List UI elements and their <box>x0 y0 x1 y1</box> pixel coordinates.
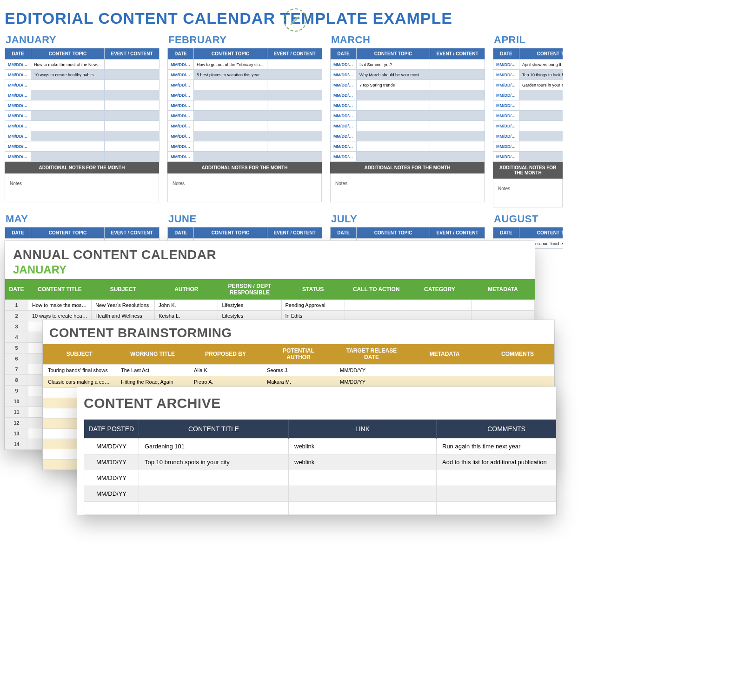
notes-body[interactable]: Notes <box>493 179 563 207</box>
cell[interactable]: Aila K. <box>189 364 262 376</box>
topic-cell[interactable] <box>519 111 563 121</box>
event-cell[interactable] <box>430 111 485 121</box>
date-cell[interactable]: MM/DD/YY <box>84 470 139 486</box>
topic-cell[interactable]: Garden tours in your area <box>519 80 563 90</box>
topic-cell[interactable]: April showers bring these flowers <box>519 60 563 70</box>
comments-cell[interactable]: Add to this list for additional publicat… <box>437 454 557 470</box>
link-cell[interactable]: weblink <box>289 454 437 470</box>
link-cell[interactable] <box>289 502 437 515</box>
notes-body[interactable]: Notes <box>5 173 159 202</box>
title-cell[interactable] <box>139 470 289 486</box>
topic-cell[interactable]: How to get out of the February slump <box>194 60 267 70</box>
table-row[interactable]: MM/DD/YY <box>168 80 322 90</box>
title-cell[interactable]: Gardening 101 <box>139 439 289 454</box>
table-row[interactable]: MM/DD/YYWhy March should be your most pr… <box>331 70 485 80</box>
cell[interactable]: Hitting the Road, Again <box>116 376 189 387</box>
table-row[interactable]: MM/DD/YY <box>331 152 485 162</box>
table-row[interactable]: MM/DD/YY <box>331 141 485 152</box>
topic-cell[interactable] <box>519 131 563 141</box>
table-row[interactable]: MM/DD/YY <box>168 131 322 141</box>
date-cell[interactable]: MM/DD/YY <box>168 90 194 100</box>
table-row[interactable]: MM/DD/YY <box>493 121 563 131</box>
topic-cell[interactable] <box>31 131 105 141</box>
date-cell[interactable]: MM/DD/YY <box>331 70 357 80</box>
link-cell[interactable] <box>289 470 437 486</box>
table-row[interactable]: MM/DD/YYTop 10 things to look for <box>493 70 563 80</box>
table-row[interactable]: MM/DD/YY <box>5 131 159 141</box>
topic-cell[interactable]: Is it Summer yet? <box>357 60 430 70</box>
topic-cell[interactable] <box>357 100 430 111</box>
topic-cell[interactable] <box>519 100 563 111</box>
topic-cell[interactable] <box>31 152 105 162</box>
table-row[interactable]: MM/DD/YY <box>5 80 159 90</box>
date-cell[interactable]: MM/DD/YY <box>5 100 31 111</box>
date-cell[interactable]: MM/DD/YY <box>168 100 194 111</box>
date-cell[interactable]: MM/DD/YY <box>84 439 139 454</box>
date-cell[interactable]: MM/DD/YY <box>168 111 194 121</box>
event-cell[interactable] <box>105 100 159 111</box>
topic-cell[interactable] <box>31 80 105 90</box>
cell[interactable]: MM/DD/YY <box>335 364 408 376</box>
comments-cell[interactable]: Run again this time next year. <box>437 439 557 454</box>
table-row[interactable]: MM/DD/YY <box>168 121 322 131</box>
date-cell[interactable]: MM/DD/YY <box>168 131 194 141</box>
cell[interactable]: The Last Act <box>116 364 189 376</box>
date-cell[interactable]: MM/DD/YY <box>493 131 519 141</box>
row-number-cell[interactable]: 2 <box>5 311 28 321</box>
row-number-cell[interactable]: 3 <box>5 321 28 332</box>
event-cell[interactable] <box>267 121 322 131</box>
date-cell[interactable]: MM/DD/YY <box>331 121 357 131</box>
topic-cell[interactable] <box>357 121 430 131</box>
row-number-cell[interactable]: 7 <box>5 364 28 375</box>
date-cell[interactable]: MM/DD/YY <box>168 152 194 162</box>
event-cell[interactable] <box>430 80 485 90</box>
event-cell[interactable] <box>105 60 159 70</box>
table-row[interactable]: MM/DD/YYGardening 101weblinkRun again th… <box>84 439 557 454</box>
table-row[interactable]: MM/DD/YY <box>168 141 322 152</box>
date-cell[interactable]: MM/DD/YY <box>5 70 31 80</box>
date-cell[interactable]: MM/DD/YY <box>168 60 194 70</box>
date-cell[interactable]: MM/DD/YY <box>493 80 519 90</box>
topic-cell[interactable] <box>357 90 430 100</box>
date-cell[interactable]: MM/DD/YY <box>5 121 31 131</box>
event-cell[interactable] <box>267 141 322 152</box>
link-cell[interactable] <box>289 486 437 502</box>
event-cell[interactable] <box>430 141 485 152</box>
comments-cell[interactable] <box>437 502 557 515</box>
cell[interactable] <box>481 364 554 376</box>
date-cell[interactable]: MM/DD/YY <box>493 121 519 131</box>
date-cell[interactable]: MM/DD/YY <box>331 80 357 90</box>
table-row[interactable]: MM/DD/YY <box>493 100 563 111</box>
title-cell[interactable] <box>139 486 289 502</box>
event-cell[interactable] <box>105 141 159 152</box>
topic-cell[interactable] <box>519 152 563 162</box>
event-cell[interactable] <box>105 111 159 121</box>
cell[interactable]: MM/DD/YY <box>335 376 408 387</box>
table-row[interactable]: MM/DD/YY <box>331 121 485 131</box>
topic-cell[interactable] <box>31 121 105 131</box>
date-cell[interactable]: MM/DD/YY <box>493 111 519 121</box>
table-row[interactable]: MM/DD/YY5 best places to vacation this y… <box>168 70 322 80</box>
table-row[interactable]: MM/DD/YY <box>493 90 563 100</box>
date-cell[interactable]: MM/DD/YY <box>168 80 194 90</box>
notes-body[interactable]: Notes <box>330 173 485 202</box>
cell[interactable]: Classic cars making a comeback <box>43 376 116 387</box>
topic-cell[interactable] <box>519 121 563 131</box>
event-cell[interactable] <box>105 90 159 100</box>
date-cell[interactable]: MM/DD/YY <box>493 100 519 111</box>
topic-cell[interactable] <box>357 111 430 121</box>
event-cell[interactable] <box>105 152 159 162</box>
topic-cell[interactable]: 7 top Spring trends <box>357 80 430 90</box>
table-row[interactable]: MM/DD/YY <box>168 111 322 121</box>
event-cell[interactable] <box>267 152 322 162</box>
date-cell[interactable]: MM/DD/YY <box>5 90 31 100</box>
date-cell[interactable]: MM/DD/YY <box>5 80 31 90</box>
table-row[interactable]: MM/DD/YYTop 10 brunch spots in your city… <box>84 454 557 470</box>
date-cell[interactable]: MM/DD/YY <box>5 152 31 162</box>
table-row[interactable]: MM/DD/YY <box>331 111 485 121</box>
date-cell[interactable]: MM/DD/YY <box>168 141 194 152</box>
table-row[interactable]: MM/DD/YY <box>84 470 557 486</box>
cell[interactable] <box>481 376 554 387</box>
topic-cell[interactable] <box>31 111 105 121</box>
topic-cell[interactable] <box>194 141 267 152</box>
